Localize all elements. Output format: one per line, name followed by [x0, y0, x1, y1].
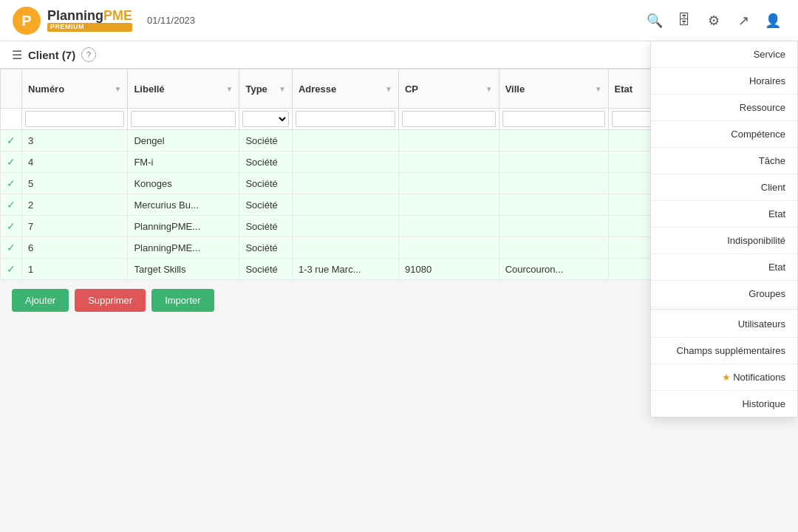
- menu-notifications[interactable]: ★ Notifications: [651, 364, 797, 391]
- th-cp: CP ▼: [398, 69, 499, 109]
- row-libelle: Konoges: [128, 173, 239, 194]
- sort-cp-icon[interactable]: ▼: [485, 85, 493, 93]
- filter-adresse-input[interactable]: [296, 111, 395, 127]
- logo-icon: P: [12, 6, 41, 35]
- row-libelle: Target Skills: [128, 259, 239, 280]
- menu-service[interactable]: Service: [651, 41, 797, 68]
- row-adresse: [292, 216, 398, 237]
- row-numero: 2: [22, 194, 128, 216]
- menu-indisponibilite[interactable]: Indisponibilité: [651, 228, 797, 254]
- header-icons: 🔍 🗄 ⚙ ↗ 👤: [641, 7, 786, 34]
- th-type: Type ▼: [239, 69, 293, 109]
- menu-horaires[interactable]: Horaires: [651, 68, 797, 95]
- row-check: ✓: [1, 130, 22, 151]
- row-type: Société: [239, 237, 293, 259]
- row-ville: [499, 194, 608, 216]
- th-adresse: Adresse ▼: [292, 69, 398, 109]
- filter-ville: [499, 109, 608, 130]
- row-type: Société: [239, 216, 293, 237]
- row-adresse: [292, 237, 398, 259]
- svg-text:P: P: [21, 13, 31, 29]
- supprimer-button[interactable]: Supprimer: [75, 289, 146, 312]
- filter-numero-input[interactable]: [25, 111, 124, 127]
- help-button[interactable]: ?: [81, 47, 96, 62]
- row-libelle: FM-i: [128, 151, 239, 173]
- main-content: Numéro ▼ Libellé ▼ Type ▼: [0, 69, 798, 321]
- menu-competence[interactable]: Compétence: [651, 121, 797, 148]
- settings-button[interactable]: ⚙: [700, 7, 727, 34]
- menu-historique[interactable]: Historique: [651, 391, 797, 417]
- row-check: ✓: [1, 216, 22, 237]
- row-numero: 6: [22, 237, 128, 259]
- th-numero: Numéro ▼: [22, 69, 128, 109]
- menu-champs[interactable]: Champs supplémentaires: [651, 338, 797, 364]
- th-check: [1, 69, 22, 109]
- user-button[interactable]: 👤: [760, 7, 786, 34]
- filter-check: [1, 109, 22, 130]
- th-libelle: Libellé ▼: [128, 69, 239, 109]
- row-cp: [398, 216, 499, 237]
- menu-ressource[interactable]: Ressource: [651, 95, 797, 121]
- menu-utilisateurs[interactable]: Utilisateurs: [651, 311, 797, 338]
- row-adresse: [292, 151, 398, 173]
- row-type: Société: [239, 259, 293, 280]
- row-ville: [499, 151, 608, 173]
- row-type: Société: [239, 130, 293, 151]
- row-cp: 91080: [398, 259, 499, 280]
- row-cp: [398, 173, 499, 194]
- row-check: ✓: [1, 237, 22, 259]
- row-cp: [398, 151, 499, 173]
- row-cp: [398, 130, 499, 151]
- menu-etat[interactable]: Etat: [651, 201, 797, 228]
- sort-libelle-icon[interactable]: ▼: [226, 85, 233, 93]
- row-ville: [499, 173, 608, 194]
- filter-adresse: [292, 109, 398, 130]
- row-cp: [398, 237, 499, 259]
- row-check: ✓: [1, 151, 22, 173]
- ajouter-button[interactable]: Ajouter: [12, 289, 69, 312]
- importer-button[interactable]: Importer: [151, 289, 214, 312]
- row-ville: Courcouron...: [499, 259, 608, 280]
- menu-groupes[interactable]: Groupes: [651, 281, 797, 307]
- filter-cp: [398, 109, 499, 130]
- sort-ville-icon[interactable]: ▼: [595, 85, 602, 93]
- filter-cp-input[interactable]: [402, 111, 496, 127]
- filter-numero: [22, 109, 128, 130]
- menu-client[interactable]: Client: [651, 174, 797, 201]
- row-libelle: Mercurius Bu...: [128, 194, 239, 216]
- menu-etat2[interactable]: Etat: [651, 254, 797, 281]
- row-check: ✓: [1, 259, 22, 280]
- filter-type-select[interactable]: Société: [242, 111, 289, 127]
- row-libelle: Dengel: [128, 130, 239, 151]
- row-check: ✓: [1, 194, 22, 216]
- row-type: Société: [239, 151, 293, 173]
- row-libelle: PlanningPME...: [128, 237, 239, 259]
- row-numero: 5: [22, 173, 128, 194]
- row-adresse: [292, 194, 398, 216]
- filter-libelle-input[interactable]: [131, 111, 236, 127]
- sort-numero-icon[interactable]: ▼: [115, 85, 122, 93]
- logo-planning-text: PlanningPME: [47, 9, 132, 24]
- row-cp: [398, 194, 499, 216]
- row-ville: [499, 130, 608, 151]
- row-adresse: [292, 130, 398, 151]
- row-numero: 1: [22, 259, 128, 280]
- logo-area: P PlanningPME PREMIUM: [12, 6, 132, 35]
- page-title: Client (7): [28, 49, 75, 61]
- sort-type-icon[interactable]: ▼: [279, 85, 286, 93]
- database-button[interactable]: 🗄: [671, 7, 698, 34]
- filter-ville-input[interactable]: [502, 111, 605, 127]
- menu-tache[interactable]: Tâche: [651, 148, 797, 174]
- sort-adresse-icon[interactable]: ▼: [385, 85, 392, 93]
- row-adresse: 1-3 rue Marc...: [292, 259, 398, 280]
- row-adresse: [292, 173, 398, 194]
- row-numero: 7: [22, 216, 128, 237]
- row-ville: [499, 216, 608, 237]
- list-icon: ☰: [12, 48, 22, 62]
- search-button[interactable]: 🔍: [641, 7, 668, 34]
- row-check: ✓: [1, 173, 22, 194]
- share-button[interactable]: ↗: [730, 7, 757, 34]
- filter-type: Société: [239, 109, 293, 130]
- header: P PlanningPME PREMIUM 01/11/2023 🔍 🗄 ⚙ ↗…: [0, 0, 798, 41]
- logo-premium-badge: PREMIUM: [47, 23, 132, 32]
